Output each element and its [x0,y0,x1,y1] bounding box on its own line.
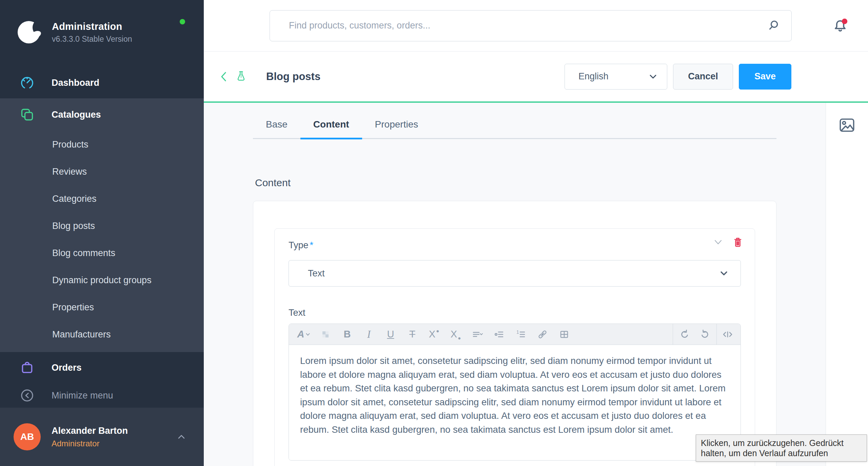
notifications-button[interactable] [830,17,850,35]
type-label-text: Type [289,240,309,250]
global-search [270,10,792,41]
undo-icon[interactable] [673,324,695,345]
app-identity: Administration v6.3.3.0 Stable Version [52,21,132,44]
color-checkerboard-icon[interactable] [315,324,336,345]
sidebar-item-label: Catalogues [52,110,101,120]
sidebar: Administration v6.3.3.0 Stable Version D… [0,0,204,466]
sidebar-item-orders[interactable]: Orders [0,352,204,383]
language-value: English [578,71,609,82]
sidebar-item-label: Dashboard [52,78,99,88]
delete-block-button[interactable] [733,237,743,248]
back-button[interactable] [219,71,228,83]
sidebar-item-label: Minimize menu [52,390,113,401]
collapse-chevron-icon [713,238,724,246]
sidebar-item-properties[interactable]: Properties [0,294,204,321]
bell-icon [830,17,850,35]
notification-dot-icon [842,18,847,24]
italic-icon[interactable]: I [358,324,380,345]
sidebar-sub-label: Manufacturers [52,329,111,340]
sidebar-item-reviews[interactable]: Reviews [0,158,204,185]
avatar: AB [14,423,41,450]
right-sidebar [826,103,868,466]
page-title: Blog posts [266,71,320,83]
type-select-value: Text [308,268,325,279]
minimize-circle-chevron-icon [20,388,35,403]
back-chevron-icon [219,71,228,83]
sidebar-group-catalogues: Catalogues Products Reviews Categories B… [0,98,204,352]
tab-properties[interactable]: Properties [362,119,431,138]
type-select[interactable]: Text [289,260,741,287]
content-card: Type* Text Text A [253,201,776,466]
media-sidebar-button[interactable] [839,116,855,134]
sidebar-item-products[interactable]: Products [0,131,204,158]
required-mark: * [310,240,314,250]
block-actions [713,237,743,248]
tab-content[interactable]: Content [300,119,362,138]
sidebar-sub-label: Dynamic product groups [52,275,152,286]
text-style-glyph: A [297,329,304,340]
sidebar-sub-label: Reviews [52,167,87,177]
user-name: Alexander Barton [52,426,128,436]
section-heading: Content [255,177,776,189]
underline-icon[interactable]: U [380,324,401,345]
select-chevron-icon [719,270,728,276]
shopware-logo-icon [16,19,43,46]
orders-bag-icon [20,360,35,375]
redo-icon[interactable] [695,324,716,345]
topbar [204,0,868,52]
text-align-icon[interactable] [467,324,488,345]
sidebar-item-label: Orders [52,363,82,373]
user-role: Administrator [52,439,128,448]
sidebar-item-dynamic-product-groups[interactable]: Dynamic product groups [0,267,204,294]
content-area: Base Content Properties Content [204,103,868,466]
search-input[interactable] [270,10,792,41]
subscript-icon[interactable]: X● [445,324,467,345]
app-title: Administration [52,21,132,32]
sidebar-sub-label: Products [52,139,88,150]
sidebar-header: Administration v6.3.3.0 Stable Version [0,0,204,51]
dashboard-gauge-icon [20,75,35,90]
link-icon[interactable] [532,324,553,345]
superscript-icon[interactable]: X● [423,324,445,345]
language-select[interactable]: English [565,64,667,90]
unordered-list-icon[interactable] [488,324,510,345]
sidebar-item-blog-comments[interactable]: Blog comments [0,239,204,267]
text-style-icon[interactable]: A [293,324,315,345]
main-content: Base Content Properties Content [204,103,826,466]
search-icon [766,18,781,33]
tab-base[interactable]: Base [253,119,300,138]
sidebar-sub-label: Categories [52,194,97,204]
editor-content[interactable]: Lorem ipsum dolor sit amet, consetetur s… [289,345,741,460]
user-menu[interactable]: AB Alexander Barton Administrator [0,408,204,466]
text-field-label: Text [289,308,741,318]
strikethrough-icon[interactable]: T [401,324,423,345]
sidebar-item-blog-posts[interactable]: Blog posts [0,212,204,239]
sidebar-item-manufacturers[interactable]: Manufacturers [0,321,204,348]
main-shell: Blog posts English Cancel Save Base Cont… [204,0,868,466]
sidebar-sub-label: Properties [52,302,94,313]
smart-bar-actions: English Cancel Save [565,64,791,90]
tab-bar: Base Content Properties [253,103,776,139]
sidebar-item-categories[interactable]: Categories [0,185,204,212]
rich-text-editor: A B I U T [289,324,741,461]
save-button[interactable]: Save [739,64,791,90]
user-info: Alexander Barton Administrator [52,426,128,448]
ordered-list-icon[interactable]: 1 [510,324,532,345]
avatar-initials: AB [20,431,34,442]
smart-bar: Blog posts English Cancel Save [204,52,868,103]
content-block: Type* Text Text A [274,228,755,466]
status-dot-icon [180,19,185,24]
sidebar-nav: Dashboard Catalogues Products Reviews Ca… [0,67,204,408]
catalogues-squares-icon [20,107,35,122]
trash-icon [733,237,743,248]
table-icon[interactable] [553,324,575,345]
sidebar-item-dashboard[interactable]: Dashboard [0,67,204,98]
editor-toolbar: A B I U T [289,324,741,345]
svg-text:1: 1 [516,329,519,335]
code-icon[interactable] [717,324,738,345]
sidebar-item-minimize-menu[interactable]: Minimize menu [0,383,204,408]
bold-icon[interactable]: B [336,324,358,345]
cancel-button[interactable]: Cancel [673,64,733,90]
sidebar-item-catalogues[interactable]: Catalogues [0,98,204,131]
collapse-block-button[interactable] [713,238,724,246]
